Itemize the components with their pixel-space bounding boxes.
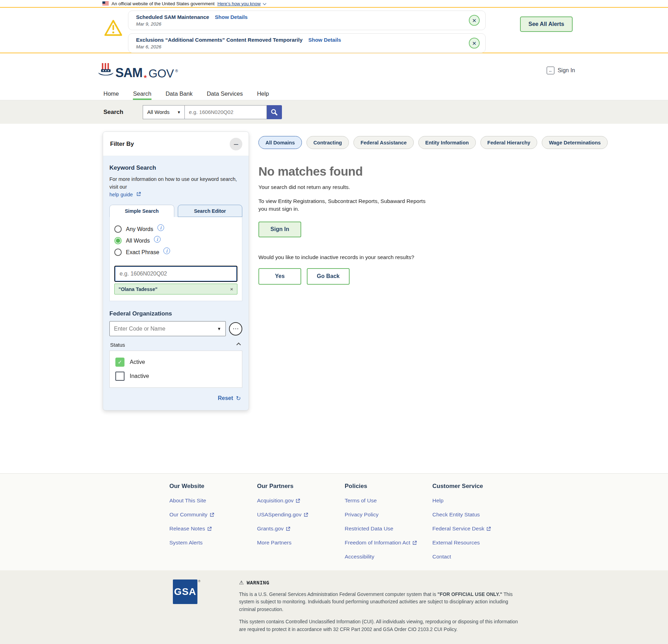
status-active-option[interactable]: ✓ Active xyxy=(115,358,236,367)
tab-simple-search[interactable]: Simple Search xyxy=(109,205,174,217)
sign-in-required-text: To view Entity Registrations, Subcontrac… xyxy=(258,197,427,213)
no-results-text: Your search did not return any results. xyxy=(258,184,608,190)
external-link-icon xyxy=(136,192,141,196)
footer-link[interactable]: System Alerts xyxy=(169,540,257,546)
alert-close-button[interactable]: ✕ xyxy=(469,38,480,49)
external-link-icon xyxy=(210,513,214,517)
yes-button[interactable]: Yes xyxy=(258,268,301,285)
footer-link[interactable]: Acquisition.gov xyxy=(257,497,345,504)
search-submit-button[interactable] xyxy=(267,105,282,119)
federal-org-combobox[interactable]: Enter Code or Name ▼ xyxy=(109,321,226,336)
combo-caret-icon: ▼ xyxy=(217,326,221,331)
federal-org-more-button[interactable]: ⋯ xyxy=(229,322,242,335)
status-heading: Status xyxy=(110,342,125,348)
alert-card: Scheduled SAM Maintenance Show Details M… xyxy=(128,11,486,30)
see-all-alerts-button[interactable]: See All Alerts xyxy=(520,16,573,32)
warning-paragraph-2: This system contains Controlled Unclassi… xyxy=(239,618,520,633)
radio-all-words[interactable] xyxy=(114,237,122,244)
warning-icon: ⚠ xyxy=(239,579,244,586)
footer-link[interactable]: Check Entity Status xyxy=(432,511,520,518)
keyword-tag: "Olana Tadesse" × xyxy=(114,284,237,294)
sign-in-button[interactable]: Sign In xyxy=(258,222,301,237)
alert-show-details-link[interactable]: Show Details xyxy=(215,14,248,20)
checkbox-inactive-unchecked[interactable] xyxy=(115,372,124,381)
sign-in-link[interactable]: ← Sign In xyxy=(547,67,575,74)
reset-filters[interactable]: Reset ↻ xyxy=(111,395,241,402)
footer-link[interactable]: Accessibility xyxy=(345,554,432,560)
remove-tag-icon[interactable]: × xyxy=(230,286,233,292)
footer-link[interactable]: External Resources xyxy=(432,540,520,546)
tophat-icon xyxy=(97,61,114,79)
info-icon[interactable]: i xyxy=(157,224,164,231)
footer-col-heading: Customer Service xyxy=(432,483,520,490)
tab-search-editor[interactable]: Search Editor xyxy=(178,205,243,217)
filter-by-title: Filter By xyxy=(110,141,134,148)
help-guide-link[interactable]: help guide xyxy=(109,192,133,197)
status-section-toggle[interactable]: Status xyxy=(110,342,242,348)
domain-pill-all-domains[interactable]: All Domains xyxy=(258,136,302,149)
footer-link[interactable]: Grants.gov xyxy=(257,526,345,532)
footer-link[interactable]: Help xyxy=(432,497,520,504)
footer-link[interactable]: Contact xyxy=(432,554,520,560)
collapse-filters-button[interactable]: – xyxy=(230,138,242,150)
radio-exact-phrase[interactable] xyxy=(114,249,122,256)
radio-any-words[interactable] xyxy=(114,225,122,233)
footer-link[interactable]: Privacy Policy xyxy=(345,511,432,518)
alerts-section: Scheduled SAM Maintenance Show Details M… xyxy=(0,8,668,53)
footer-link[interactable]: Release Notes xyxy=(169,526,257,532)
go-back-button[interactable]: Go Back xyxy=(307,268,350,285)
alert-title: Scheduled SAM Maintenance xyxy=(136,14,209,20)
footer-link[interactable]: More Partners xyxy=(257,540,345,546)
status-inactive-option[interactable]: Inactive xyxy=(115,372,236,381)
nav-item-help[interactable]: Help xyxy=(257,88,269,100)
global-search-input[interactable] xyxy=(185,105,267,119)
search-mode-select[interactable]: All Words ▼ xyxy=(143,105,185,119)
footer-link[interactable]: Freedom of Information Act xyxy=(345,540,432,546)
footer-link[interactable]: Restricted Data Use xyxy=(345,526,432,532)
alert-title: Exclusions “Additional Comments” Content… xyxy=(136,37,303,43)
sign-in-arrow-icon: ← xyxy=(547,67,554,74)
select-caret-icon: ▼ xyxy=(177,110,181,114)
footer-col-heading: Policies xyxy=(345,483,432,490)
alert-show-details-link[interactable]: Show Details xyxy=(308,37,341,43)
chevron-up-icon xyxy=(236,343,241,347)
footer-link[interactable]: Federal Service Desk xyxy=(432,526,520,532)
footer-link[interactable]: About This Site xyxy=(169,497,257,504)
domain-pill-entity-information[interactable]: Entity Information xyxy=(418,136,476,149)
info-icon[interactable]: i xyxy=(163,248,170,254)
keyword-search-heading: Keyword Search xyxy=(109,164,242,171)
domain-pill-federal-hierarchy[interactable]: Federal Hierarchy xyxy=(480,136,538,149)
no-matches-title: No matches found xyxy=(258,164,608,178)
how-you-know-link[interactable]: Here’s how you know xyxy=(217,1,261,6)
main-content: Filter By – Keyword Search For more info… xyxy=(0,124,668,473)
alert-close-button[interactable]: ✕ xyxy=(469,15,480,26)
nav-item-search[interactable]: Search xyxy=(133,88,151,100)
external-link-icon xyxy=(207,527,212,531)
usa-official-banner: An official website of the United States… xyxy=(0,0,668,8)
footer-link[interactable]: Terms of Use xyxy=(345,497,432,504)
keyword-info-text: For more information on how to use our k… xyxy=(109,176,237,190)
reset-refresh-icon: ↻ xyxy=(236,395,241,402)
footer-link[interactable]: USASpending.gov xyxy=(257,511,345,518)
domain-pill-contracting[interactable]: Contracting xyxy=(306,136,349,149)
nav-item-data-bank[interactable]: Data Bank xyxy=(166,88,193,100)
status-active-label: Active xyxy=(130,359,145,365)
keyword-search-input[interactable] xyxy=(114,266,237,282)
domain-pill-federal-assistance[interactable]: Federal Assistance xyxy=(353,136,414,149)
info-icon[interactable]: i xyxy=(154,236,161,243)
footer-links: Our Website About This Site Our Communit… xyxy=(0,473,668,570)
domain-pill-wage-determinations[interactable]: Wage Determinations xyxy=(542,136,608,149)
nav-item-home[interactable]: Home xyxy=(103,88,119,100)
sign-in-label: Sign In xyxy=(558,67,575,74)
samgov-logo[interactable]: SAM ★ GOV ® xyxy=(97,61,178,79)
search-label: Search xyxy=(103,109,123,116)
warning-heading: ⚠ WARNING xyxy=(239,579,520,586)
logo-star-icon: ★ xyxy=(143,74,148,79)
logo-registered-mark: ® xyxy=(175,69,178,73)
alert-card: Exclusions “Additional Comments” Content… xyxy=(128,33,486,53)
include-inactive-question: Would you like to include inactive recor… xyxy=(258,254,608,260)
checkbox-active-checked[interactable]: ✓ xyxy=(115,358,124,367)
footer-link[interactable]: Our Community xyxy=(169,511,257,518)
nav-item-data-services[interactable]: Data Services xyxy=(207,88,243,100)
gsa-registered-mark: ® xyxy=(198,579,201,583)
